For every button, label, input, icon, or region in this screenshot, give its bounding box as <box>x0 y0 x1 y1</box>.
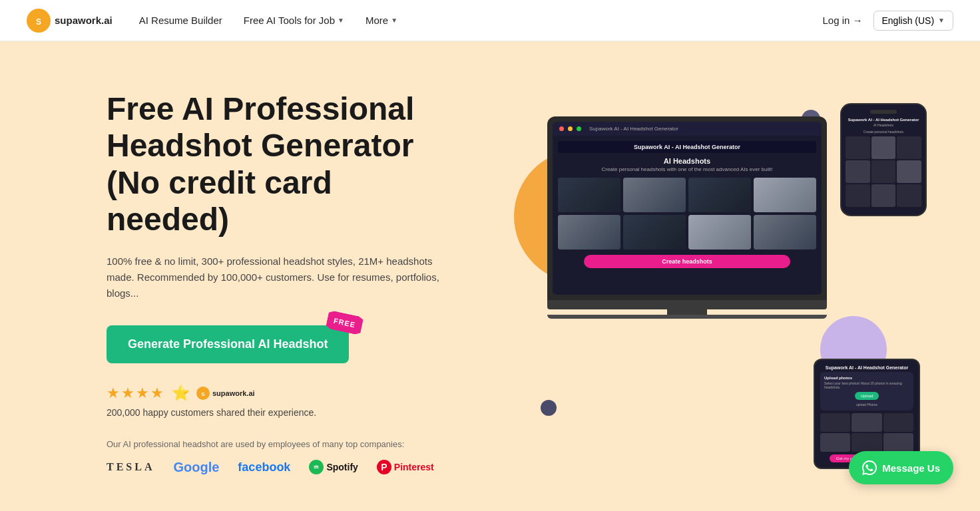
phone-app-title: Supawork AI - AI Headshot Generator <box>846 118 921 122</box>
chevron-down-icon: ▼ <box>391 17 397 24</box>
svg-text:S: S <box>201 391 205 397</box>
phone-cell <box>897 160 921 183</box>
review-text: 200,000 happy customers shared their exp… <box>107 407 439 418</box>
tablet-grid <box>820 413 913 452</box>
svg-text:S: S <box>36 17 41 27</box>
tablet-upload-sub: Select your best photos! About 20 photos… <box>824 381 909 389</box>
tesla-logo: TESLA <box>107 461 154 473</box>
headshot-cell <box>688 215 751 250</box>
logo-icon: S <box>27 9 51 33</box>
hero-left: Free AI Professional Headshot Generator … <box>107 90 439 475</box>
phone-mockup: Supawork AI - AI Headshot Generator AI H… <box>840 103 927 216</box>
hero-title: Free AI Professional Headshot Generator … <box>107 90 439 238</box>
tablet-upload-title: Upload photos <box>824 376 909 380</box>
headshot-cell <box>623 215 686 250</box>
spotify-logo: Spotify <box>309 460 358 474</box>
headshot-cell <box>754 178 816 212</box>
star-icons: ★★★★ <box>107 385 165 402</box>
phone-notch <box>870 110 897 114</box>
deco-dot-dark2 <box>541 400 557 416</box>
svg-text:supawork.ai: supawork.ai <box>212 389 255 397</box>
phone-section-title: AI Headshots <box>846 123 921 127</box>
dot-red <box>559 126 564 131</box>
laptop-stand <box>667 309 707 315</box>
nav-links: AI Resume Builder Free AI Tools for Job … <box>139 15 823 26</box>
headshot-cell <box>754 215 816 250</box>
headshot-grid <box>558 178 816 250</box>
phone-cell <box>871 160 896 183</box>
phone-grid <box>846 136 921 207</box>
hero-section: Free AI Professional Headshot Generator … <box>0 41 980 511</box>
phone-cell <box>846 184 870 207</box>
tablet-cell <box>820 413 850 432</box>
create-headshots-button[interactable]: Create headshots <box>584 255 790 268</box>
company-logos: TESLA Google facebook Spotify P Pinteres… <box>107 460 439 475</box>
hero-right: Supawork AI - AI Headshot Generator Supa… <box>527 96 927 469</box>
tablet-cell <box>883 413 913 432</box>
dot-yellow <box>568 126 573 131</box>
nav-free-tools[interactable]: Free AI Tools for Job ▼ <box>244 15 344 26</box>
phone-cell <box>897 184 921 207</box>
stars-row: ★★★★ ⭐ S supawork.ai <box>107 385 439 402</box>
language-selector[interactable]: English (US) ▼ <box>873 11 954 31</box>
logo-text: supawork.ai <box>55 15 113 26</box>
whatsapp-icon <box>862 460 877 475</box>
phone-cell <box>871 136 896 159</box>
phone-cell <box>846 160 870 183</box>
facebook-logo: facebook <box>238 460 290 474</box>
phone-cell <box>871 184 896 207</box>
dot-green <box>577 126 581 131</box>
tablet-upload-section-title: upload Photos <box>824 403 909 407</box>
phone-cell <box>846 136 870 159</box>
phone-section-sub: Create personal headshots <box>846 130 921 134</box>
tablet-upload-button[interactable]: Upload <box>855 392 878 400</box>
app-section-sub: Create personal headshots with one of th… <box>558 166 816 172</box>
tablet-upload-section: Upload photos Select your best photos! A… <box>820 372 913 411</box>
navbar: S supawork.ai AI Resume Builder Free AI … <box>0 0 980 41</box>
headshot-cell <box>558 215 620 250</box>
nav-resume-builder[interactable]: AI Resume Builder <box>139 15 222 26</box>
login-button[interactable]: Log in → <box>822 15 862 26</box>
message-us-label: Message Us <box>882 462 940 474</box>
laptop-bottom <box>547 315 827 319</box>
generate-headshot-button[interactable]: Generate Professional AI Headshot <box>107 325 349 363</box>
message-us-button[interactable]: Message Us <box>849 451 953 484</box>
chevron-down-icon: ▼ <box>938 17 945 24</box>
chevron-down-icon: ▼ <box>338 17 344 24</box>
phone-cell <box>897 136 921 159</box>
headshot-cell <box>688 178 751 212</box>
half-star-icon: ⭐ <box>172 385 190 402</box>
logo[interactable]: S supawork.ai <box>27 9 113 33</box>
cta-wrapper: Generate Professional AI Headshot FREE <box>107 325 349 363</box>
headshot-cell <box>558 178 620 212</box>
supawork-badge: S supawork.ai <box>196 387 256 400</box>
tablet-cell <box>820 433 850 452</box>
tablet-cell <box>852 433 881 452</box>
nav-more[interactable]: More ▼ <box>366 15 397 26</box>
headshot-cell <box>623 178 686 212</box>
pinterest-logo: P Pinterest <box>377 460 434 474</box>
supawork-logo-small: S supawork.ai <box>196 387 256 400</box>
nav-right: Log in → English (US) ▼ <box>822 11 953 31</box>
svg-point-5 <box>312 462 321 472</box>
tablet-cell <box>883 433 913 452</box>
hero-subtitle: 100% free & no limit, 300+ professional … <box>107 254 439 301</box>
app-inner-title: Supawork AI - AI Headshot Generator <box>634 144 740 150</box>
app-section-title: AI Headshots <box>558 157 816 165</box>
companies-label: Our AI professional headshot are used by… <box>107 439 439 449</box>
tablet-cell <box>852 413 881 432</box>
app-window-title: Supawork AI - AI Headshot Generator <box>589 126 678 132</box>
laptop-base <box>547 300 827 309</box>
google-logo: Google <box>173 460 219 475</box>
tablet-app-title: Supawork AI - AI Headshot Generator <box>820 365 913 370</box>
laptop-mockup: Supawork AI - AI Headshot Generator Supa… <box>547 116 827 319</box>
